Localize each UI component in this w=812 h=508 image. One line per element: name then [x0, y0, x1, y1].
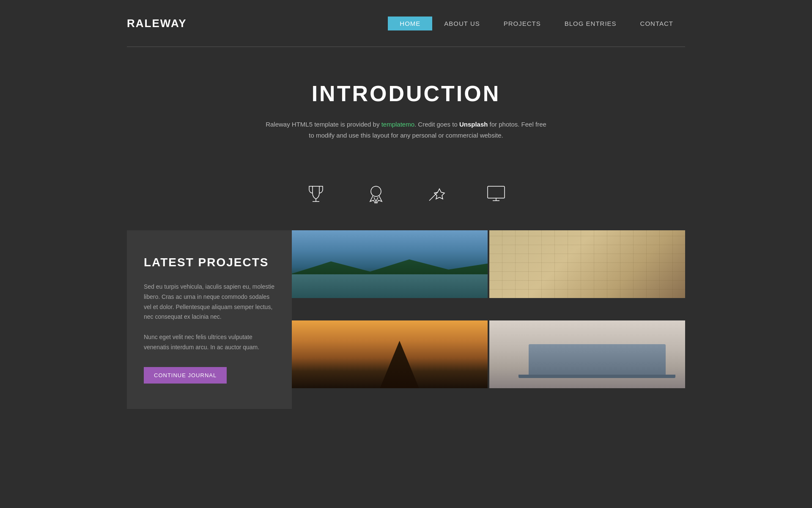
nav-blog[interactable]: BLOG ENTRIES — [553, 17, 628, 30]
header: RALEWAY HOME ABOUT US PROJECTS BLOG ENTR… — [0, 0, 812, 47]
trophy-icon — [305, 183, 327, 205]
nav: HOME ABOUT US PROJECTS BLOG ENTRIES CONT… — [388, 17, 685, 30]
image-laptop-desk — [489, 320, 685, 388]
intro-title: INTRODUCTION — [127, 81, 685, 106]
award-icon — [365, 183, 387, 205]
intro-text-middle: . Credit goes to — [414, 121, 459, 128]
magic-svg — [425, 183, 447, 205]
continue-journal-button[interactable]: CONTINUE JOURNAL — [144, 367, 227, 384]
nav-projects[interactable]: PROJECTS — [492, 17, 553, 30]
nav-about[interactable]: ABOUT US — [432, 17, 491, 30]
intro-section: INTRODUCTION Raleway HTML5 template is p… — [0, 47, 812, 166]
projects-section: LATEST PROJECTS Sed eu turpis vehicula, … — [127, 230, 685, 409]
projects-image-grid — [292, 230, 685, 409]
svg-rect-5 — [488, 186, 505, 198]
award-svg — [365, 183, 387, 205]
projects-title: LATEST PROJECTS — [144, 256, 275, 269]
monitor-icon — [485, 183, 507, 205]
intro-text-before: Raleway HTML5 template is provided by — [266, 121, 381, 128]
projects-left-panel: LATEST PROJECTS Sed eu turpis vehicula, … — [127, 230, 292, 409]
nav-contact[interactable]: CONTACT — [628, 17, 685, 30]
intro-link-unsplash: Unsplash — [459, 121, 488, 128]
projects-text-2: Nunc eget velit nec felis ultrices vulpu… — [144, 332, 275, 353]
image-mountain-lake — [292, 230, 488, 298]
trophy-svg — [305, 183, 327, 205]
magic-icon — [425, 183, 447, 205]
image-coastal-sunset — [292, 320, 488, 388]
intro-link-templatemo[interactable]: templatemo — [381, 121, 414, 128]
svg-point-2 — [371, 186, 381, 196]
image-map — [489, 230, 685, 298]
monitor-svg — [485, 183, 507, 205]
nav-home[interactable]: HOME — [388, 17, 432, 30]
icons-row — [0, 166, 812, 230]
intro-text: Raleway HTML5 template is provided by te… — [262, 119, 550, 141]
projects-text-1: Sed eu turpis vehicula, iaculis sapien e… — [144, 282, 275, 322]
logo: RALEWAY — [127, 17, 187, 30]
